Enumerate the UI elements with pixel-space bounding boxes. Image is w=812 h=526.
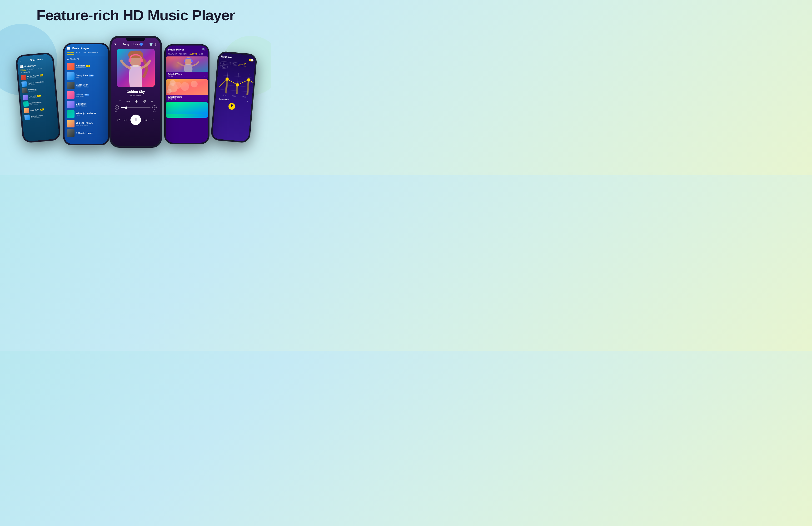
add-to-queue-icon[interactable]: ≡+ [127,100,130,103]
dial-dot [233,108,234,109]
fl-tab-playlist[interactable]: PLAYLIST [27,68,33,70]
album-details: Colorful World Wanila [168,73,182,77]
fl-back-button[interactable]: ← [19,59,23,63]
song-name: Sailor Moon [76,84,106,86]
previous-button[interactable]: ⏮ [124,118,127,122]
song-info: Sailor Moon Manga de Amigos [76,84,106,88]
fl-tab-songs[interactable]: SONGS [20,69,26,71]
tab-artists[interactable]: ART [199,53,203,55]
total-time: 4:31 [153,111,157,113]
preset-hip-hop[interactable]: Hip Hop [220,61,230,65]
song-tab-label[interactable]: Song [122,43,129,46]
album-artist: Wanila [168,75,182,77]
lyrics-tab-label[interactable]: Lyrics ✓ [133,43,143,46]
svg-rect-26 [225,79,228,94]
more-options-icon[interactable]: ⋮ [203,73,206,77]
album-artist-2: GRABOTE [168,98,182,100]
preset-normal[interactable]: Normal [238,63,246,67]
song-artist: Manga de Amigos [76,86,106,88]
song-thumbnail [67,110,74,118]
tab-albums[interactable]: ALBUMS [189,53,197,55]
right-center-screen: Music Player 🔍 PLAYLIST FOLDERS ALBUMS A… [166,45,208,143]
song-info: 50 Cent - P.I.M.P. Маклан музыка [76,122,106,126]
list-item[interactable]: A Minute Longer [64,128,108,138]
list-item[interactable]: 50 Cent - P.I.M.P. Маклан музыка [64,119,108,128]
fl-song-info: Little Idea HD The weeknd [29,94,53,99]
song-info: Sunny Rain 320k Akin [76,74,106,78]
fl-song-thumb [24,108,30,114]
shirt-icon[interactable]: 👕 [149,43,153,46]
list-item[interactable]: Amnesia HD slenderbodies [64,62,108,71]
chevron-down-icon[interactable]: ▾ [114,42,116,46]
tab-playlist[interactable]: PLAYLIST [168,53,177,55]
album-details-2: Sweet Dreams GRABOTE [168,96,182,100]
song-artist: N2V Remix [76,96,106,97]
preset-rock[interactable]: Rock [230,62,237,66]
progress-bar[interactable]: 10 10 0:51 4:31 [112,104,160,114]
song-artist: slenderbodies [76,67,106,69]
equalizer-icon[interactable]: ⚙ [135,100,138,103]
song-info: Amnesia HD slenderbodies [76,65,106,69]
tab-folders[interactable]: FOLDERS [88,52,98,55]
svg-rect-6 [184,60,186,62]
phone-center: ▾ Song | Lyrics ✓ 👕 ⋮ [110,36,162,148]
reverb-dial[interactable] [228,103,235,110]
shuffle-all-button[interactable]: ⇌ Shuffle All [64,56,108,62]
list-item[interactable]: Take It (Extended M... Dem [64,109,108,119]
fl-tab-folders[interactable]: FOLDERS [35,68,42,70]
album-art [117,49,155,87]
song-thumbnail [67,63,74,70]
song-name: Black Suit [76,103,106,105]
tab-playlist[interactable]: PLAYLIST [76,52,86,55]
hamburger-icon[interactable] [67,47,70,49]
replay-10-forward-icon[interactable]: 10 [153,105,157,110]
album-image-3 [166,102,208,118]
album-card[interactable]: Colorful World Wanila ⋮ [166,56,208,78]
song-name: 50 Cent - P.I.M.P. [76,122,106,124]
fl-song-name: Small Guitar HD [30,108,54,111]
song-artist: Маклан музыка [76,124,106,126]
timer-icon[interactable]: ⏱ [143,100,146,103]
song-name: Sakura 325k [76,93,106,96]
phones-container: ← Skin Theme Music player SONGS PLAYLIST… [5,31,266,171]
search-icon[interactable]: 🔍 [202,48,206,51]
fr-reverb-label: Large Hall [219,97,229,101]
album-card-3[interactable] [166,102,208,118]
more-options-icon[interactable]: ⋮ [154,43,157,46]
next-button[interactable]: ⏭ [145,118,148,122]
fl-song-info: Small Guitar HD [30,108,54,111]
tab-folders[interactable]: FOLDERS [179,53,188,55]
song-artist: Dem [76,115,106,116]
album-card[interactable]: Sweet Dreams GRABOTE ⋮ [166,79,208,101]
replay-10-back-icon[interactable]: 10 [115,105,119,110]
list-item[interactable]: Black Suit Dan Phillipson [64,100,108,109]
song-thumbnail [67,120,74,127]
rc-header: Music Player 🔍 [166,45,208,52]
svg-rect-27 [236,85,238,95]
fl-song-info: Hidden Eye slenderbodies [28,87,53,92]
dial-indicator [230,104,233,108]
song-name: Take It (Extended M... [76,112,106,115]
fl-song-info: All The Way Up HD slenderbodies [27,73,52,79]
list-item[interactable]: Sailor Moon Manga de Amigos [64,81,108,90]
preset-dance[interactable]: Dan... [220,65,228,69]
song-thumbnail [67,101,74,109]
more-options-icon-2[interactable]: ⋮ [203,96,206,100]
title-area: Song | Lyrics ✓ [122,43,143,46]
list-item[interactable]: Sunny Rain 320k Akin [64,71,108,81]
shuffle-button[interactable]: ⇌ [117,118,120,122]
like-icon[interactable]: ♡ [118,100,122,103]
repeat-button[interactable]: ↩ [151,118,154,122]
progress-track[interactable] [121,107,150,108]
eq-toggle[interactable] [248,58,253,61]
album-info-bar: Colorful World Wanila ⋮ [166,72,208,78]
reverb-dropdown-icon[interactable]: ▾ [247,100,248,102]
fl-hamburger-icon[interactable] [20,65,24,68]
fl-skin-theme-title: Skin Theme [30,58,43,61]
play-pause-button[interactable]: ⏸ [130,115,141,125]
list-item[interactable]: Sakura 325k N2V Remix [64,90,108,100]
svg-point-12 [167,89,172,94]
tab-songs[interactable]: SONGS [67,52,74,55]
playlist-icon[interactable]: ≡ [151,100,153,103]
album-name-2: Sweet Dreams [168,96,182,98]
